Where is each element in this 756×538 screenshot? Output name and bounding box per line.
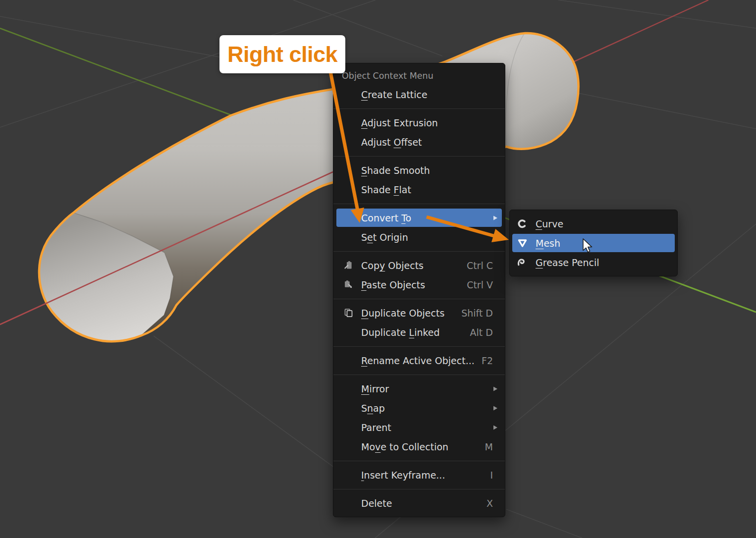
blender-viewport-screenshot: Object Context Menu Create LatticeAdjust… xyxy=(0,0,756,538)
menu-item-label: Mesh xyxy=(536,238,560,249)
mesh-icon xyxy=(517,237,536,249)
menu-item-label: Convert To xyxy=(361,213,411,223)
menu-item-label: Shade Flat xyxy=(361,184,411,195)
menu-item-label: Paste Objects xyxy=(361,279,425,290)
menu-item-delete[interactable]: DeleteX xyxy=(333,493,505,513)
menu-separator xyxy=(333,375,505,375)
paste-icon xyxy=(343,279,361,290)
menu-item-label: Curve xyxy=(536,218,563,229)
menu-item-shortcut: Alt D xyxy=(470,327,498,338)
menu-item-adjust-extrusion[interactable]: Adjust Extrusion xyxy=(333,113,505,132)
menu-item-snap[interactable]: Snap xyxy=(333,398,505,418)
menu-separator xyxy=(333,251,505,252)
menu-separator xyxy=(333,156,505,157)
menu-item-convert-to[interactable]: Convert To xyxy=(333,208,505,227)
menu-item-label: Copy Objects xyxy=(361,260,424,271)
menu-item-set-origin[interactable]: Set Origin xyxy=(333,227,505,247)
menu-item-shortcut: X xyxy=(486,498,498,509)
menu-separator xyxy=(333,108,505,109)
submenu-body: CurveMeshGrease Pencil xyxy=(510,214,677,272)
menu-item-label: Adjust Offset xyxy=(361,137,422,148)
menu-item-label: Parent xyxy=(361,422,391,433)
menu-item-label: Move to Collection xyxy=(361,441,448,452)
copy-icon xyxy=(343,260,361,270)
menu-item-shortcut: M xyxy=(485,441,498,452)
menu-item-label: Adjust Extrusion xyxy=(361,117,438,128)
submenu-arrow-icon xyxy=(493,386,498,392)
right-click-label: Right click xyxy=(227,42,337,67)
object-context-menu: Object Context Menu Create LatticeAdjust… xyxy=(333,63,505,517)
curve-icon xyxy=(517,218,536,229)
menu-item-mirror[interactable]: Mirror xyxy=(333,379,505,398)
menu-body: Create LatticeAdjust ExtrusionAdjust Off… xyxy=(333,85,505,513)
menu-separator xyxy=(333,489,505,489)
menu-item-parent[interactable]: Parent xyxy=(333,418,505,437)
menu-item-label: Grease Pencil xyxy=(536,257,599,268)
menu-item-shortcut: F2 xyxy=(482,355,498,366)
menu-item-shade-flat[interactable]: Shade Flat xyxy=(333,180,505,199)
menu-item-grease-pencil[interactable]: Grease Pencil xyxy=(510,253,677,272)
menu-item-shortcut: I xyxy=(490,470,498,481)
submenu-arrow-icon xyxy=(493,405,498,411)
submenu-arrow-icon xyxy=(493,215,498,221)
menu-item-curve[interactable]: Curve xyxy=(510,214,677,233)
submenu-arrow-icon xyxy=(493,425,498,430)
menu-title: Object Context Menu xyxy=(333,67,505,85)
menu-item-label: Set Origin xyxy=(361,232,408,243)
menu-separator xyxy=(333,204,505,204)
menu-separator xyxy=(333,346,505,347)
menu-item-create-lattice[interactable]: Create Lattice xyxy=(333,85,505,104)
menu-item-mesh[interactable]: Mesh xyxy=(510,233,677,253)
menu-item-duplicate-linked[interactable]: Duplicate LinkedAlt D xyxy=(333,323,505,342)
menu-item-copy-objects[interactable]: Copy ObjectsCtrl C xyxy=(333,256,505,275)
menu-item-label: Delete xyxy=(361,498,392,509)
menu-item-insert-keyframe[interactable]: Insert Keyframe...I xyxy=(333,465,505,484)
menu-item-shortcut: Shift D xyxy=(461,308,498,319)
menu-item-shortcut: Ctrl C xyxy=(467,260,498,271)
submenu-arrow-icon xyxy=(493,234,498,240)
grease-pencil-icon xyxy=(517,257,536,268)
menu-item-label: Rename Active Object... xyxy=(361,355,475,366)
menu-item-label: Duplicate Objects xyxy=(361,308,444,319)
menu-item-label: Create Lattice xyxy=(361,89,428,100)
menu-item-rename-active-object[interactable]: Rename Active Object...F2 xyxy=(333,351,505,370)
menu-item-shade-smooth[interactable]: Shade Smooth xyxy=(333,161,505,180)
menu-item-duplicate-objects[interactable]: Duplicate ObjectsShift D xyxy=(333,303,505,323)
menu-item-paste-objects[interactable]: Paste ObjectsCtrl V xyxy=(333,275,505,294)
menu-item-label: Snap xyxy=(361,403,385,414)
menu-item-label: Insert Keyframe... xyxy=(361,470,445,481)
menu-separator xyxy=(333,299,505,299)
menu-item-shortcut: Ctrl V xyxy=(467,279,498,290)
menu-item-label: Mirror xyxy=(361,383,389,394)
menu-item-move-to-collection[interactable]: Move to CollectionM xyxy=(333,437,505,456)
menu-item-label: Duplicate Linked xyxy=(361,327,440,338)
menu-item-label: Shade Smooth xyxy=(361,165,430,176)
right-click-annotation: Right click xyxy=(219,35,345,73)
duplicate-icon xyxy=(343,308,361,318)
menu-separator xyxy=(333,461,505,461)
convert-to-submenu: CurveMeshGrease Pencil xyxy=(509,210,678,276)
menu-item-adjust-offset[interactable]: Adjust Offset xyxy=(333,132,505,152)
